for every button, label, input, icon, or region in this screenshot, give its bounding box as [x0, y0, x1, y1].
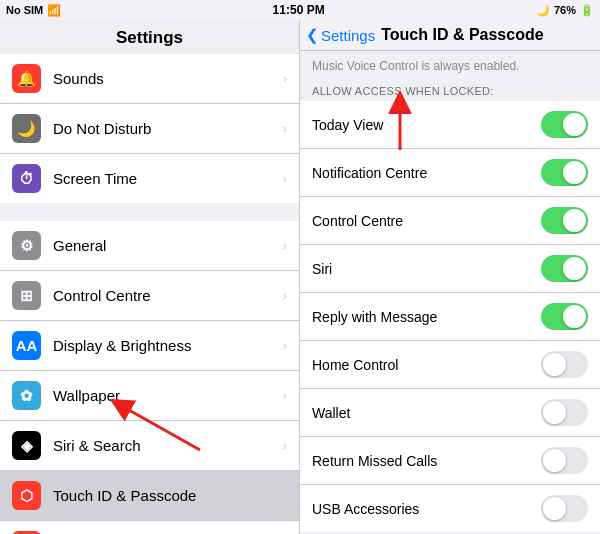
settings-section-1: ⚙General›⊞Control Centre›AADisplay & Bri…	[0, 221, 299, 534]
battery-icon: 🔋	[580, 4, 594, 17]
toggle-siri[interactable]	[541, 255, 588, 282]
settings-row-emergency[interactable]: SOSEmergency SOS›	[0, 521, 299, 534]
toggle-homecontrol[interactable]	[541, 351, 588, 378]
toggle-thumb-homecontrol	[543, 353, 566, 376]
toggle-label-siri: Siri	[312, 261, 541, 277]
wallpaper-icon: ✿	[12, 381, 41, 410]
settings-row-general[interactable]: ⚙General›	[0, 221, 299, 271]
settings-row-touchid[interactable]: ⬡Touch ID & Passcode›	[0, 471, 299, 521]
left-panel-title: Settings	[0, 20, 299, 54]
siri-chevron-icon: ›	[283, 438, 287, 453]
toggle-thumb-replymessage	[563, 305, 586, 328]
touchid-icon: ⬡	[12, 481, 41, 510]
settings-row-donotdisturb[interactable]: 🌙Do Not Disturb›	[0, 104, 299, 154]
toggle-replymessage[interactable]	[541, 303, 588, 330]
right-panel-title: Touch ID & Passcode	[381, 26, 543, 44]
display-label: Display & Brightness	[53, 337, 283, 354]
toggle-row-todayview[interactable]: Today View	[300, 101, 600, 149]
moon-icon: 🌙	[536, 4, 550, 17]
general-chevron-icon: ›	[283, 238, 287, 253]
toggle-row-returnmissedcalls[interactable]: Return Missed Calls	[300, 437, 600, 485]
toggle-label-wallet: Wallet	[312, 405, 541, 421]
status-time: 11:50 PM	[273, 3, 325, 17]
panels-wrapper: Settings 🔔Sounds›🌙Do Not Disturb›⏱Screen…	[0, 20, 600, 534]
toggle-todayview[interactable]	[541, 111, 588, 138]
toggle-thumb-controlcentre	[563, 209, 586, 232]
screentime-chevron-icon: ›	[283, 171, 287, 186]
siri-icon: ◈	[12, 431, 41, 460]
battery-percent: 76%	[554, 4, 576, 16]
toggle-label-notificationcentre: Notification Centre	[312, 165, 541, 181]
right-panel: ❮ Settings Touch ID & Passcode Music Voi…	[300, 20, 600, 534]
toggle-label-todayview: Today View	[312, 117, 541, 133]
controlcentre-label: Control Centre	[53, 287, 283, 304]
display-chevron-icon: ›	[283, 338, 287, 353]
back-button[interactable]: ❮ Settings	[306, 26, 375, 44]
toggle-notificationcentre[interactable]	[541, 159, 588, 186]
status-left: No SIM 📶	[6, 4, 61, 17]
donotdisturb-label: Do Not Disturb	[53, 120, 283, 137]
toggle-thumb-notificationcentre	[563, 161, 586, 184]
screentime-icon: ⏱	[12, 164, 41, 193]
right-content: Music Voice Control is always enabled.AL…	[300, 51, 600, 534]
toggle-thumb-usbaccessories	[543, 497, 566, 520]
status-right: 🌙 76% 🔋	[536, 4, 594, 17]
toggle-row-controlcentre[interactable]: Control Centre	[300, 197, 600, 245]
wallpaper-chevron-icon: ›	[283, 388, 287, 403]
toggle-thumb-returnmissedcalls	[543, 449, 566, 472]
toggle-returnmissedcalls[interactable]	[541, 447, 588, 474]
section-header-locked: ALLOW ACCESS WHEN LOCKED:	[300, 77, 600, 101]
toggle-label-replymessage: Reply with Message	[312, 309, 541, 325]
toggle-controlcentre[interactable]	[541, 207, 588, 234]
wallpaper-label: Wallpaper	[53, 387, 283, 404]
toggle-label-usbaccessories: USB Accessories	[312, 501, 541, 517]
touchid-label: Touch ID & Passcode	[53, 487, 283, 504]
settings-row-screentime[interactable]: ⏱Screen Time›	[0, 154, 299, 203]
donotdisturb-chevron-icon: ›	[283, 121, 287, 136]
no-sim-label: No SIM	[6, 4, 43, 16]
general-icon: ⚙	[12, 231, 41, 260]
wifi-icon: 📶	[47, 4, 61, 17]
status-bar: No SIM 📶 11:50 PM 🌙 76% 🔋	[0, 0, 600, 20]
toggle-row-replymessage[interactable]: Reply with Message	[300, 293, 600, 341]
settings-section-0: 🔔Sounds›🌙Do Not Disturb›⏱Screen Time›	[0, 54, 299, 203]
right-header: ❮ Settings Touch ID & Passcode	[300, 20, 600, 51]
chevron-left-icon: ❮	[306, 26, 319, 44]
general-label: General	[53, 237, 283, 254]
info-text: Music Voice Control is always enabled.	[300, 51, 600, 77]
toggle-thumb-todayview	[563, 113, 586, 136]
settings-row-wallpaper[interactable]: ✿Wallpaper›	[0, 371, 299, 421]
toggle-wallet[interactable]	[541, 399, 588, 426]
settings-list: 🔔Sounds›🌙Do Not Disturb›⏱Screen Time›⚙Ge…	[0, 54, 299, 534]
controlcentre-chevron-icon: ›	[283, 288, 287, 303]
toggle-row-usbaccessories[interactable]: USB Accessories	[300, 485, 600, 532]
left-panel: Settings 🔔Sounds›🌙Do Not Disturb›⏱Screen…	[0, 20, 300, 534]
toggle-usbaccessories[interactable]	[541, 495, 588, 522]
settings-row-sounds[interactable]: 🔔Sounds›	[0, 54, 299, 104]
sounds-chevron-icon: ›	[283, 71, 287, 86]
toggle-group: Today ViewNotification CentreControl Cen…	[300, 101, 600, 532]
settings-row-display[interactable]: AADisplay & Brightness›	[0, 321, 299, 371]
toggle-row-wallet[interactable]: Wallet	[300, 389, 600, 437]
donotdisturb-icon: 🌙	[12, 114, 41, 143]
toggle-row-homecontrol[interactable]: Home Control	[300, 341, 600, 389]
display-icon: AA	[12, 331, 41, 360]
back-label: Settings	[321, 27, 375, 44]
controlcentre-icon: ⊞	[12, 281, 41, 310]
toggle-label-homecontrol: Home Control	[312, 357, 541, 373]
sounds-icon: 🔔	[12, 64, 41, 93]
toggle-label-returnmissedcalls: Return Missed Calls	[312, 453, 541, 469]
siri-label: Siri & Search	[53, 437, 283, 454]
toggle-row-siri[interactable]: Siri	[300, 245, 600, 293]
toggle-label-controlcentre: Control Centre	[312, 213, 541, 229]
settings-row-controlcentre[interactable]: ⊞Control Centre›	[0, 271, 299, 321]
settings-row-siri[interactable]: ◈Siri & Search›	[0, 421, 299, 471]
screentime-label: Screen Time	[53, 170, 283, 187]
touchid-chevron-icon: ›	[283, 488, 287, 503]
toggle-thumb-wallet	[543, 401, 566, 424]
sounds-label: Sounds	[53, 70, 283, 87]
toggle-thumb-siri	[563, 257, 586, 280]
toggle-row-notificationcentre[interactable]: Notification Centre	[300, 149, 600, 197]
